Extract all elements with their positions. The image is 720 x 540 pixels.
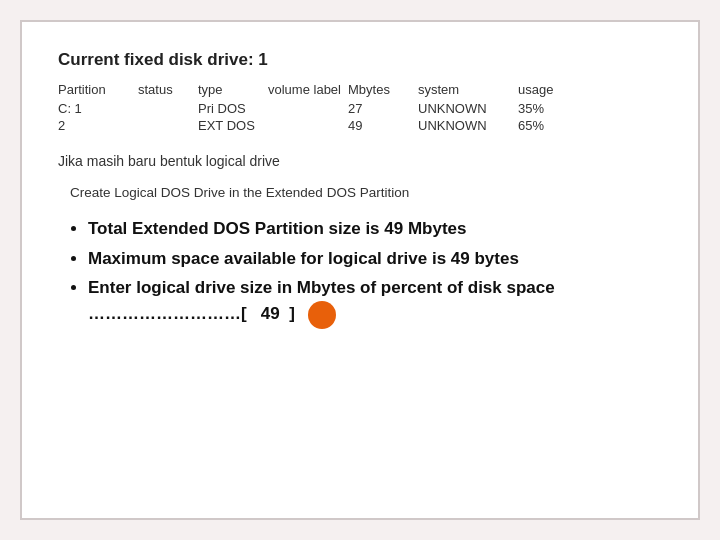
row2-partition: 2: [58, 118, 138, 133]
row1-partition: C: 1: [58, 101, 138, 116]
input-value: 49: [261, 304, 280, 323]
jika-text: Jika masih baru bentuk logical drive: [58, 153, 662, 169]
row1-status: [138, 101, 198, 116]
row2-status: [138, 118, 198, 133]
row2-volume: [268, 118, 348, 133]
row2-system: UNKNOWN: [418, 118, 518, 133]
partition-table: Partition status type volume label Mbyte…: [58, 82, 662, 133]
row2-usage: 65%: [518, 118, 578, 133]
header-system: system: [418, 82, 518, 97]
table-row: 2 EXT DOS 49 UNKNOWN 65%: [58, 118, 662, 133]
row1-volume: [268, 101, 348, 116]
header-mbytes: Mbytes: [348, 82, 418, 97]
bullet-text-3: Enter logical drive size in Mbytes of pe…: [88, 278, 564, 323]
table-header-row: Partition status type volume label Mbyte…: [58, 82, 662, 97]
list-item: Maximum space available for logical driv…: [88, 246, 662, 272]
header-type: type: [198, 82, 268, 97]
slide-title: Current fixed disk drive: 1: [58, 50, 662, 70]
row2-type: EXT DOS: [198, 118, 268, 133]
orange-circle-icon: [308, 301, 336, 329]
row1-usage: 35%: [518, 101, 578, 116]
bullet-text-1: Total Extended DOS Partition size is 49 …: [88, 219, 467, 238]
header-status: status: [138, 82, 198, 97]
row1-system: UNKNOWN: [418, 101, 518, 116]
row2-mbytes: 49: [348, 118, 418, 133]
bullet-list: Total Extended DOS Partition size is 49 …: [58, 216, 662, 329]
header-volume: volume label: [268, 82, 348, 97]
header-usage: usage: [518, 82, 578, 97]
row1-mbytes: 27: [348, 101, 418, 116]
list-item: Enter logical drive size in Mbytes of pe…: [88, 275, 662, 329]
row1-type: Pri DOS: [198, 101, 268, 116]
header-partition: Partition: [58, 82, 138, 97]
create-label: Create Logical DOS Drive in the Extended…: [58, 185, 662, 200]
bullet-text-2: Maximum space available for logical driv…: [88, 249, 519, 268]
table-row: C: 1 Pri DOS 27 UNKNOWN 35%: [58, 101, 662, 116]
list-item: Total Extended DOS Partition size is 49 …: [88, 216, 662, 242]
slide-container: Current fixed disk drive: 1 Partition st…: [20, 20, 700, 520]
